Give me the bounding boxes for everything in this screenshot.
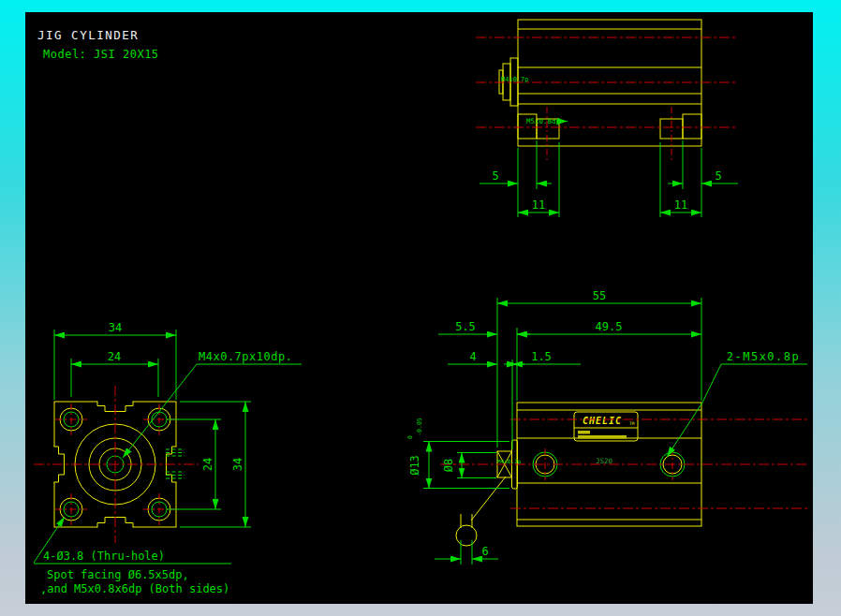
dim-6: 6 — [481, 545, 488, 558]
mount-thread-label: M5x0.8dp — [526, 117, 561, 125]
dim-34-top: 34 — [109, 321, 122, 334]
nameplate-fineprint-line1 — [578, 431, 590, 434]
dim-11-left: 11 — [532, 198, 545, 212]
ports-label: 2-M5x0.8p — [727, 350, 801, 363]
page-title: JIG CYLINDER — [37, 28, 139, 42]
dim-11-right: 11 — [674, 198, 687, 212]
nameplate-brand: CHELIC — [583, 416, 622, 426]
dim-34-right: 34 — [231, 458, 244, 471]
drawing-canvas — [25, 12, 813, 604]
dim-24-right: 24 — [201, 458, 214, 471]
note-both-sides: ,and M5x0.8x6dp (Both sides) — [40, 582, 229, 595]
dim-4: 4 — [469, 350, 476, 363]
dim-5-5: 5.5 — [455, 320, 476, 333]
cad-drawing: JIG CYLINDER Model: JSI 20X15 — [0, 0, 841, 616]
nameplate-fineprint-line2 — [578, 435, 627, 439]
note-thru-hole: 4-Ø3.8 (Thru-hole) — [43, 550, 165, 563]
dim-dia8: Ø8 — [442, 459, 455, 472]
dim-55: 55 — [593, 289, 606, 302]
dim-dia13-tol-upper: 0 — [406, 435, 414, 439]
dim-5-left: 5 — [492, 169, 498, 183]
center-thread-label: M4x0.7px10dp. — [199, 350, 292, 363]
dim-49-5: 49.5 — [596, 320, 623, 333]
note-spot-facing: Spot facing Ø6.5x5dp, — [47, 568, 189, 581]
dim-24-top: 24 — [108, 350, 121, 363]
dim-dia13-tol-lower: -0.05 — [416, 418, 423, 436]
rod-thread-label: M4x0.7p — [501, 76, 529, 83]
dim-1-5: 1.5 — [531, 350, 552, 363]
rod-thread-label-side: M4x0.7p — [497, 458, 522, 465]
nameplate-tm: TM — [629, 421, 635, 426]
body-marking: JS20 — [596, 457, 613, 465]
dim-5-right: 5 — [715, 169, 721, 183]
dim-dia13: Ø13 — [408, 455, 421, 476]
model-label: Model: JSI 20X15 — [43, 48, 159, 61]
